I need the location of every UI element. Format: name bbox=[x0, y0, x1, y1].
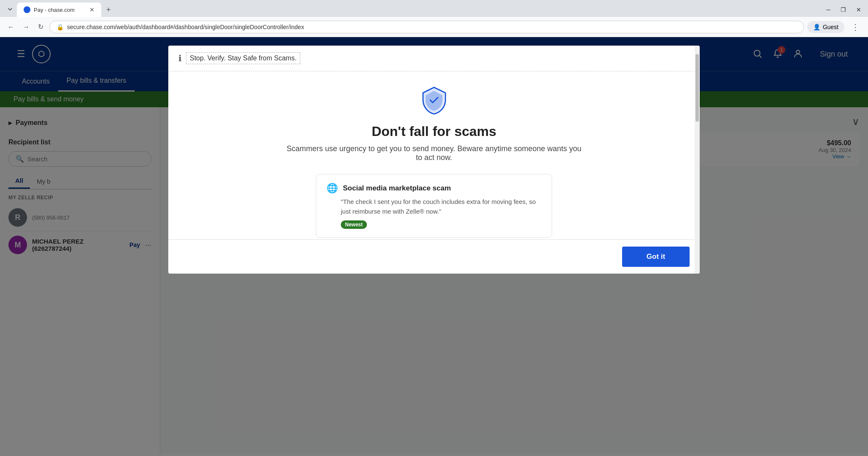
modal-info-icon: ℹ bbox=[178, 53, 182, 63]
modal-title: Don't fall for scams bbox=[372, 124, 496, 139]
scam-cards: 🌐 Social media marketplace scam "The che… bbox=[316, 174, 552, 239]
scam-card-1: 🌐 Social media marketplace scam "The che… bbox=[316, 174, 552, 238]
modal-scrollbar[interactable] bbox=[695, 46, 700, 274]
modal-body: Don't fall for scams Scammers use urgenc… bbox=[168, 71, 700, 239]
address-bar[interactable]: 🔒 secure.chase.com/web/auth/dashboard#/d… bbox=[49, 21, 804, 33]
modal-footer: Got it bbox=[168, 239, 700, 274]
browser-more-button[interactable]: ⋮ bbox=[848, 20, 863, 34]
got-it-button[interactable]: Got it bbox=[622, 247, 690, 267]
tab-switcher[interactable] bbox=[3, 3, 17, 16]
back-button[interactable]: ← bbox=[5, 21, 17, 33]
scam-card-1-title: Social media marketplace scam bbox=[343, 184, 451, 193]
close-window-button[interactable]: ✕ bbox=[851, 4, 866, 16]
scrollbar-thumb bbox=[695, 54, 699, 122]
tab-favicon bbox=[24, 6, 30, 13]
scam-warning-modal: ℹ Stop. Verify. Stay Safe from Scams. Do… bbox=[168, 46, 700, 274]
forward-button[interactable]: → bbox=[20, 21, 32, 33]
modal-overlay: ℹ Stop. Verify. Stay Safe from Scams. Do… bbox=[0, 37, 868, 456]
url-text: secure.chase.com/web/auth/dashboard#/das… bbox=[67, 24, 797, 30]
maximize-button[interactable]: ❐ bbox=[836, 4, 851, 16]
shield-icon bbox=[419, 85, 449, 115]
scam-card-1-body: "The check I sent you for the couch incl… bbox=[341, 197, 542, 216]
modal-top-bar: ℹ Stop. Verify. Stay Safe from Scams. bbox=[168, 46, 700, 71]
profile-button[interactable]: 👤 Guest bbox=[807, 21, 844, 33]
profile-icon: 👤 bbox=[813, 24, 820, 30]
globe-icon: 🌐 bbox=[326, 183, 338, 194]
profile-label: Guest bbox=[823, 24, 838, 30]
minimize-button[interactable]: ─ bbox=[821, 4, 836, 16]
tab-close-button[interactable]: ✕ bbox=[89, 6, 94, 13]
page-content: ☰ ⬡ 1 Sign out Accounts Pay bills & tran… bbox=[0, 37, 868, 456]
tab-title: Pay - chase.com bbox=[34, 7, 86, 13]
scam-card-1-header: 🌐 Social media marketplace scam bbox=[326, 183, 542, 194]
shield-icon-wrap bbox=[419, 85, 449, 117]
active-tab[interactable]: Pay - chase.com ✕ bbox=[17, 3, 101, 17]
reload-button[interactable]: ↻ bbox=[35, 20, 46, 33]
lock-icon: 🔒 bbox=[57, 24, 64, 30]
modal-top-text: Stop. Verify. Stay Safe from Scams. bbox=[186, 52, 300, 64]
browser-chrome: Pay - chase.com ✕ + ─ ❐ ✕ ← → ↻ 🔒 secure… bbox=[0, 0, 868, 37]
modal-subtitle: Scammers use urgency to get you to send … bbox=[286, 144, 582, 162]
new-tab-button[interactable]: + bbox=[103, 4, 114, 16]
newest-badge: Newest bbox=[341, 220, 367, 229]
